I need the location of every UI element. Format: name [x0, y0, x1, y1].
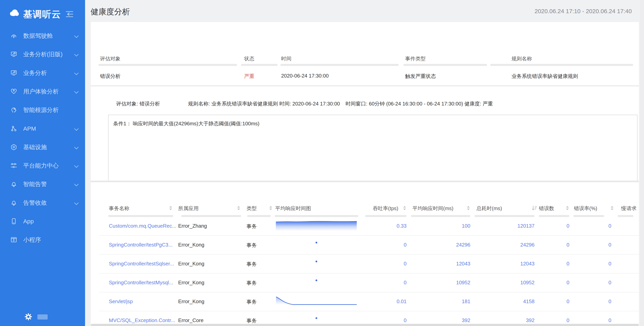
topbar: 健康度分析 2020.06.24 17:10 - 2020.06.24 17:4…: [85, 0, 644, 22]
header-underline: [98, 64, 237, 66]
txn-name-link[interactable]: SpringController/testMysql...: [109, 280, 173, 286]
txn-col-header[interactable]: 慢请求: [621, 205, 636, 212]
txn-type: 事务: [246, 261, 257, 268]
txn-errors: 0: [540, 299, 570, 305]
sort-icon[interactable]: [169, 205, 172, 211]
sidebar-item-11[interactable]: App: [0, 215, 85, 228]
response-time-sparkline[interactable]: [275, 277, 357, 289]
event-col-header[interactable]: 状态: [244, 55, 254, 62]
sidebar-item-9[interactable]: 智能告警: [0, 178, 85, 190]
sidebar-item-label: 基础设施: [23, 141, 47, 153]
sidebar-item-12[interactable]: 小程序: [0, 234, 85, 246]
miniapp-icon: [10, 236, 17, 243]
sort-icon[interactable]: [611, 205, 614, 211]
response-time-sparkline[interactable]: [275, 239, 357, 251]
footer-brand-badge: [38, 315, 48, 320]
sidebar-menu: 数据驾驶舱业务分析(旧版)业务分析用户体验分析智能根源分析APM基础设施平台能力…: [0, 0, 85, 276]
sidebar-item-6[interactable]: APM: [0, 122, 85, 135]
txn-errors: 0: [540, 317, 570, 324]
response-time-sparkline[interactable]: [275, 295, 357, 308]
sort-icon[interactable]: [566, 205, 569, 211]
response-time-sparkline[interactable]: [275, 220, 357, 232]
sidebar-item-1[interactable]: 数据驾驶舱: [0, 29, 85, 42]
header-underline: [365, 215, 406, 217]
txn-tps: 0: [367, 317, 406, 324]
txn-app: Error_Kong: [178, 261, 204, 267]
sort-icon[interactable]: [237, 205, 240, 211]
sidebar-item-2[interactable]: 业务分析(旧版): [0, 48, 85, 61]
txn-name-link[interactable]: Servlet/jsp: [109, 299, 133, 305]
txn-name-link[interactable]: Custom/com.mq.QueueRec...: [109, 223, 176, 229]
sidebar-item-label: APM: [23, 122, 36, 135]
txn-app: Error_Kong: [178, 242, 204, 248]
event-col-header[interactable]: 评估对象: [100, 55, 120, 62]
chevron-down-icon: [74, 89, 79, 94]
txn-app: Error_Core: [178, 317, 204, 324]
event-col-header[interactable]: 事件类型: [405, 55, 426, 62]
chevron-down-icon: [74, 71, 79, 75]
event-col-header[interactable]: 规则名称: [512, 55, 532, 62]
txn-col-header[interactable]: 错误率(%): [574, 205, 597, 212]
txn-name-link[interactable]: SpringController/testSqlser...: [109, 261, 174, 267]
header-underline: [474, 215, 534, 217]
txn-total_ms: 392: [476, 317, 534, 324]
horizontal-scrollbar[interactable]: [91, 324, 639, 326]
txn-error_rate: 0: [572, 299, 611, 305]
txn-type: 事务: [246, 280, 257, 287]
sidebar-item-3[interactable]: 业务分析: [0, 67, 85, 79]
txn-errors: 0: [540, 242, 570, 248]
txn-total_ms: 120137: [476, 223, 534, 229]
dots-icon: [10, 162, 17, 169]
header-underline: [247, 215, 271, 217]
sidebar-item-10[interactable]: 告警收敛: [0, 197, 85, 209]
event-cell-target[interactable]: 错误分析: [100, 73, 120, 80]
txn-app: Error_Zhang: [178, 223, 207, 229]
health-analysis-card: 评估对象状态时间事件类型规则名称错误分析严重2020-06-24 17:30:0…: [91, 22, 639, 326]
txn-col-header[interactable]: 平均响应时间图: [275, 205, 311, 212]
sidebar-item-label: 告警收敛: [23, 197, 47, 209]
txn-col-header[interactable]: 平均响应时间(ms): [412, 205, 454, 212]
row-divider: [99, 311, 639, 311]
row-divider: [99, 235, 639, 236]
response-time-sparkline[interactable]: [275, 258, 357, 270]
txn-name-link[interactable]: SpringController/testPgC3...: [109, 242, 173, 248]
txn-type: 事务: [246, 317, 257, 324]
sort-icon[interactable]: [269, 205, 272, 211]
sidebar-item-5[interactable]: 智能根源分析: [0, 104, 85, 116]
sort-icon[interactable]: [467, 205, 470, 211]
chevron-down-icon: [74, 126, 79, 131]
header-underline: [404, 64, 487, 66]
header-underline: [280, 64, 399, 66]
txn-error_rate: 0: [572, 223, 611, 229]
date-range[interactable]: 2020.06.24 17:10 - 2020.06.24 17:40: [534, 8, 632, 14]
txn-col-header[interactable]: 吞吐率(tps): [373, 205, 398, 212]
chevron-down-icon: [74, 52, 79, 57]
txn-col-header[interactable]: 所属应用: [178, 205, 199, 212]
sort-descending-icon[interactable]: [532, 205, 538, 212]
txn-col-header[interactable]: 总耗时(ms): [476, 205, 502, 212]
sidebar-item-4[interactable]: 用户体验分析: [0, 85, 85, 98]
txn-col-header[interactable]: 错误数: [539, 205, 554, 212]
gauge-icon: [10, 32, 17, 39]
settings-gear-icon[interactable]: [24, 313, 33, 322]
txn-errors: 0: [540, 261, 570, 267]
hexagon-icon: [10, 144, 17, 151]
txn-type: 事务: [246, 299, 257, 305]
event-table-divider: [91, 85, 639, 86]
header-underline: [275, 215, 358, 217]
header-underline: [108, 215, 173, 217]
sidebar-item-8[interactable]: 平台能力中心: [0, 159, 85, 172]
chevron-down-icon: [74, 163, 79, 168]
event-col-header[interactable]: 时间: [281, 55, 292, 62]
txn-col-header[interactable]: 事务名称: [109, 205, 129, 212]
txn-name-link[interactable]: MVC/SQL_Exception.Contr...: [109, 317, 175, 324]
txn-errors: 0: [540, 223, 570, 229]
sort-icon[interactable]: [403, 205, 406, 211]
txn-avg_ms: 100: [411, 223, 470, 229]
txn-type: 事务: [246, 242, 257, 249]
header-underline: [241, 64, 278, 66]
sidebar-item-7[interactable]: 基础设施: [0, 141, 85, 153]
header-underline: [573, 215, 604, 217]
txn-col-header[interactable]: 类型: [246, 205, 257, 212]
condition-text: 条件1： 响应时间的最大值(24296ms)大于静态阈值(阈值:100ms): [113, 120, 260, 127]
